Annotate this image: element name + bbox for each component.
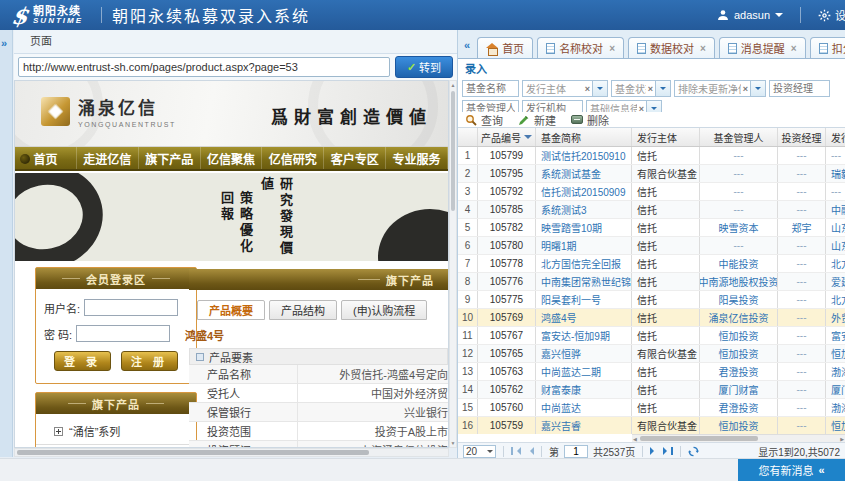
cell-issue-org[interactable]: 北方信托 (826, 255, 845, 272)
cell-fund-manager[interactable]: 厦门财富 (700, 381, 778, 398)
cell-issue-org[interactable]: 爱建信托 (826, 273, 845, 290)
cell-invest-manager[interactable]: 郑宇 (778, 219, 826, 236)
tab-home[interactable]: 首页 (477, 37, 533, 58)
site-nav-item[interactable]: 走进亿信 (77, 147, 139, 169)
cell-fund-name-link[interactable]: 鸿盛4号 (536, 309, 632, 326)
tree-item[interactable]: “涌信”系列 (36, 418, 196, 445)
cell-fund-name-link[interactable]: 映雪踏雪10期 (536, 219, 632, 236)
cell-fund-name-link[interactable]: 系统测试基金 (536, 165, 632, 182)
page-input[interactable] (564, 445, 588, 458)
fund-name-filter-input[interactable] (462, 80, 519, 97)
cell-fund-manager[interactable]: 恒加投资 (700, 327, 778, 344)
prev-page-button[interactable] (526, 447, 534, 455)
cell-issue-org[interactable]: 恒加 (826, 345, 845, 362)
fund-status-combo[interactable]: 基金状态 × (611, 80, 671, 97)
web-hscrollbar[interactable] (14, 448, 449, 457)
cell-fund-manager[interactable]: 中南源地股权投资 (700, 273, 778, 290)
issue-subject-combo[interactable]: 发行主体 × (522, 80, 608, 97)
tree-item[interactable]: “鸿盛”系列 (36, 445, 196, 447)
vscrollbar-thumb[interactable] (451, 91, 455, 211)
exclude-nav-combo[interactable]: 排除未更新净值基金 × (674, 80, 766, 97)
cell-fund-name-link[interactable]: 财富泰康 (536, 381, 632, 398)
cell-issue-org[interactable]: 外贸信托 (826, 309, 845, 326)
cell-fund-name-link[interactable]: 嘉兴恒骅 (536, 345, 632, 362)
cell-fund-name-link[interactable]: 明曙1期 (536, 237, 632, 254)
site-nav-item[interactable]: 专业服务 (386, 147, 448, 169)
col-invest-manager[interactable]: 投资经理 (778, 128, 826, 146)
grid-hscrollbar[interactable]: ◀ ▶ (632, 434, 845, 442)
expand-icon[interactable]: » (0, 30, 12, 49)
cell-fund-manager[interactable]: 君澄投资 (700, 399, 778, 416)
grid-hscrollbar-thumb[interactable] (640, 436, 758, 441)
table-row[interactable]: 15105760中尚蓝达信托君澄投资---渤海信托 (458, 399, 845, 417)
scroll-down-icon[interactable]: ▼ (450, 440, 456, 446)
combo-arrow-icon[interactable] (655, 81, 670, 96)
last-page-button[interactable] (663, 447, 673, 455)
web-vscrollbar[interactable]: ▲ ▼ (449, 80, 457, 448)
cell-issue-org[interactable]: 厦门信托 (826, 381, 845, 398)
scroll-up-icon[interactable]: ▲ (450, 82, 456, 88)
table-row[interactable]: 16105759嘉兴吉睿有限合伙基金恒加投资---恒加 (458, 417, 845, 434)
combo-clear-icon[interactable]: × (646, 84, 655, 94)
tab-close-icon[interactable]: × (609, 43, 615, 54)
site-logo[interactable]: 涌泉亿信 YONGQUANENTRUST (41, 94, 176, 128)
site-nav-item[interactable]: 首页 (15, 147, 77, 169)
site-nav-item[interactable]: 客户专区 (324, 147, 386, 169)
col-issue-subject[interactable]: 发行主体 (632, 128, 700, 146)
tab-close-icon[interactable]: × (700, 43, 706, 54)
go-button[interactable]: ✓ 转到 (395, 56, 453, 78)
cell-fund-name-link[interactable]: 系统测试3 (536, 201, 632, 218)
tab-close-icon[interactable]: × (791, 43, 797, 54)
combo-arrow-icon[interactable] (592, 81, 607, 96)
search-button[interactable]: 查询 (465, 112, 503, 128)
cell-fund-name-link[interactable]: 富安达-恒加9期 (536, 327, 632, 344)
username-input[interactable] (84, 299, 178, 316)
table-row[interactable]: 7105778北方国信完全回报信托中能投资---北方信托 (458, 255, 845, 273)
cell-fund-manager[interactable]: 中能投资 (700, 255, 778, 272)
table-row[interactable]: 6105780明曙1期信托------山东信托 (458, 237, 845, 255)
table-row[interactable]: 10105769鸿盛4号信托涌泉亿信投资---外贸信托 (458, 309, 845, 327)
col-product-code[interactable]: 产品编号 (478, 128, 536, 146)
section-header[interactable]: 产品要素 (189, 348, 448, 365)
cell-issue-org[interactable]: 瑞毅 (826, 165, 845, 182)
cell-issue-org[interactable]: 山东信托 (826, 237, 845, 254)
hscrollbar-thumb[interactable] (17, 450, 369, 455)
cell-issue-org[interactable]: 山东信托 (826, 219, 845, 236)
cell-fund-manager[interactable]: 涌泉亿信投资 (700, 309, 778, 326)
new-button[interactable]: 新建 (518, 112, 556, 128)
site-nav-item[interactable]: 亿信研究 (262, 147, 324, 169)
table-row[interactable]: 11105767富安达-恒加9期信托恒加投资---富安达 (458, 327, 845, 345)
cell-fund-name-link[interactable]: 中南集团常熟世纪锦城 (536, 273, 632, 290)
table-row[interactable]: 8105776中南集团常熟世纪锦城信托中南源地股权投资---爱建信托 (458, 273, 845, 291)
cell-fund-manager[interactable]: 阳昊投资 (700, 291, 778, 308)
first-page-button[interactable] (511, 447, 521, 455)
combo-arrow-icon[interactable] (750, 81, 765, 96)
user-menu[interactable]: adasun (717, 9, 783, 21)
next-page-button[interactable] (650, 447, 658, 455)
login-button[interactable]: 登 录 (54, 351, 111, 371)
table-row[interactable]: 14105762财富泰康信托厦门财富---厦门信托 (458, 381, 845, 399)
cell-fund-name-link[interactable]: 信托测试20150909 (536, 183, 632, 200)
password-input[interactable] (76, 325, 170, 342)
table-row[interactable]: 1105799测试信托20150910信托--------- (458, 147, 845, 165)
cell-issue-org[interactable]: 渤海信托 (826, 399, 845, 416)
settings-button[interactable]: 设置 (818, 7, 845, 23)
tab-page-3[interactable]: 消息提醒× (719, 37, 806, 58)
content-tab-1[interactable]: 产品结构 (269, 300, 337, 320)
collapse-icon[interactable]: « (464, 39, 470, 51)
cell-issue-org[interactable]: 恒加 (826, 417, 845, 434)
combo-clear-icon[interactable]: × (741, 84, 750, 94)
table-row[interactable]: 13105763中尚蓝达二期信托君澄投资---渤海信托 (458, 363, 845, 381)
cell-issue-org[interactable]: 富安达 (826, 327, 845, 344)
cell-fund-name-link[interactable]: 阳昊套利一号 (536, 291, 632, 308)
cell-fund-manager[interactable]: 恒加投资 (700, 345, 778, 362)
site-nav-item[interactable]: 亿信聚焦 (201, 147, 263, 169)
table-row[interactable]: 12105765嘉兴恒骅有限合伙基金恒加投资---恒加 (458, 345, 845, 363)
tab-page-2[interactable]: 数据校对× (628, 37, 715, 58)
cell-fund-name-link[interactable]: 嘉兴吉睿 (536, 417, 632, 434)
content-tab-0[interactable]: 产品概要 (197, 300, 265, 320)
invest-manager-filter-input[interactable] (769, 80, 830, 97)
tree-expand-icon[interactable] (54, 427, 63, 436)
cell-fund-name-link[interactable]: 测试信托20150910 (536, 147, 632, 164)
cell-fund-manager[interactable]: 君澄投资 (700, 363, 778, 380)
